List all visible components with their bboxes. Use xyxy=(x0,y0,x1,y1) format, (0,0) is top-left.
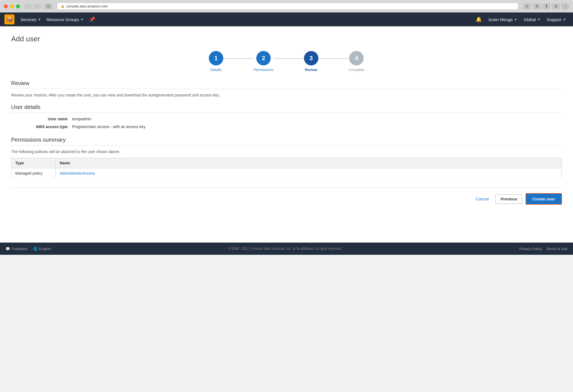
maximize-button[interactable] xyxy=(16,4,20,8)
footer-left: 💬 Feedback 🌐 English xyxy=(6,247,51,251)
review-description: Review your choices. After you create th… xyxy=(11,93,562,97)
user-menu-button[interactable]: Justin Menga ▼ xyxy=(485,12,520,26)
step-3-label: Review xyxy=(305,68,317,72)
step-3: 3 Review xyxy=(304,51,318,72)
support-chevron-icon: ▼ xyxy=(563,18,566,21)
resource-groups-nav-button[interactable]: Resource Groups ▼ xyxy=(44,12,86,26)
step-2-label: Permissions xyxy=(254,68,273,72)
step-2: 2 Permissions xyxy=(254,51,273,72)
address-bar[interactable]: 🔒 console.aws.amazon.com xyxy=(57,3,518,10)
download-button[interactable]: ⬇ xyxy=(533,3,541,9)
user-details-rows: User name tempadmin AWS access type Prog… xyxy=(11,117,562,129)
page-title: Add user xyxy=(11,35,562,43)
connector-1 xyxy=(223,58,254,59)
access-type-value: Programmatic access - with an access key xyxy=(72,124,146,129)
feedback-icon: 💬 xyxy=(6,247,10,251)
step-4-circle: 4 xyxy=(349,51,364,65)
notifications-button[interactable]: 🔔 xyxy=(473,12,484,26)
policy-type-cell: Managed policy xyxy=(11,168,56,179)
step-3-circle: 3 xyxy=(304,51,318,65)
minimize-button[interactable] xyxy=(10,4,14,8)
tab-manage-button[interactable]: ⧉ xyxy=(552,3,560,9)
step-1: 1 Details xyxy=(209,51,223,72)
step-4: 4 Complete xyxy=(349,51,364,72)
username-label: User name xyxy=(11,117,72,121)
detail-row-username: User name tempadmin xyxy=(11,117,562,121)
username-value: tempadmin xyxy=(72,117,91,121)
permissions-description: The following policies will be attached … xyxy=(11,149,562,154)
permissions-section: Permissions summary The following polici… xyxy=(11,137,562,179)
aws-logo: 📦 xyxy=(4,14,14,24)
permissions-table: Type Name Managed policy AdministratorAc… xyxy=(11,158,562,179)
services-nav-button[interactable]: Services ▼ xyxy=(18,12,44,26)
connector-3 xyxy=(318,58,349,59)
detail-row-access-type: AWS access type Programmatic access - wi… xyxy=(11,124,562,129)
review-heading: Review xyxy=(11,80,562,86)
lock-icon: 🔒 xyxy=(61,4,65,8)
services-chevron-icon: ▼ xyxy=(38,18,41,21)
permissions-heading: Permissions summary xyxy=(11,137,562,143)
support-menu-button[interactable]: Support ▼ xyxy=(544,12,569,26)
action-row: Cancel Previous Create user xyxy=(11,187,562,205)
previous-button[interactable]: Previous xyxy=(495,194,522,204)
access-type-label: AWS access type xyxy=(11,124,72,129)
table-row: Managed policy AdministratorAccess xyxy=(11,168,562,179)
share-button[interactable]: ⬆ xyxy=(542,3,550,9)
url-text: console.aws.amazon.com xyxy=(66,4,108,8)
privacy-policy-link[interactable]: Privacy Policy xyxy=(519,247,542,251)
administrator-access-link[interactable]: AdministratorAccess xyxy=(60,171,95,175)
region-menu-button[interactable]: Global ▼ xyxy=(521,12,543,26)
globe-icon: 🌐 xyxy=(33,247,37,251)
close-button[interactable] xyxy=(4,4,8,8)
create-user-button[interactable]: Create user xyxy=(526,193,562,205)
user-details-divider xyxy=(11,113,562,113)
connector-2 xyxy=(273,58,304,59)
col-type-header: Type xyxy=(11,158,56,168)
resource-groups-chevron-icon: ▼ xyxy=(81,18,83,21)
extension-button[interactable]: ⋮ xyxy=(561,3,569,9)
stepper: 1 Details 2 Permissions 3 Review 4 Compl… xyxy=(11,51,562,72)
terms-of-use-link[interactable]: Terms of Use xyxy=(546,247,567,251)
main-content: Add user 1 Details 2 Permissions 3 Revie… xyxy=(0,26,573,243)
aws-navbar: 📦 Services ▼ Resource Groups ▼ 📌 🔔 Justi… xyxy=(0,12,573,26)
step-1-circle: 1 xyxy=(209,51,223,65)
policy-name-cell: AdministratorAccess xyxy=(56,168,562,179)
step-1-label: Details xyxy=(211,68,222,72)
back-button[interactable]: ‹ xyxy=(24,3,32,9)
sidebar-toggle-button[interactable]: ⊟ xyxy=(44,3,52,9)
reload-button[interactable]: ↺ xyxy=(523,3,531,9)
feedback-link[interactable]: 💬 Feedback xyxy=(6,247,27,251)
step-4-label: Complete xyxy=(349,68,364,72)
pin-nav-button[interactable]: 📌 xyxy=(86,12,98,26)
cancel-button[interactable]: Cancel xyxy=(473,194,492,203)
footer-copyright: © 2008 - 2017, Amazon Web Services, Inc.… xyxy=(51,247,519,251)
step-2-circle: 2 xyxy=(256,51,271,65)
language-link[interactable]: 🌐 English xyxy=(33,247,51,251)
region-chevron-icon: ▼ xyxy=(537,18,540,21)
col-name-header: Name xyxy=(56,158,562,168)
forward-button[interactable]: › xyxy=(33,3,41,9)
review-divider xyxy=(11,89,562,89)
user-chevron-icon: ▼ xyxy=(514,18,517,21)
permissions-divider xyxy=(11,145,562,146)
footer-right: Privacy Policy Terms of Use xyxy=(519,247,568,251)
table-header-row: Type Name xyxy=(11,158,562,168)
footer: 💬 Feedback 🌐 English © 2008 - 2017, Amaz… xyxy=(0,243,573,255)
user-details-heading: User details xyxy=(11,104,562,110)
